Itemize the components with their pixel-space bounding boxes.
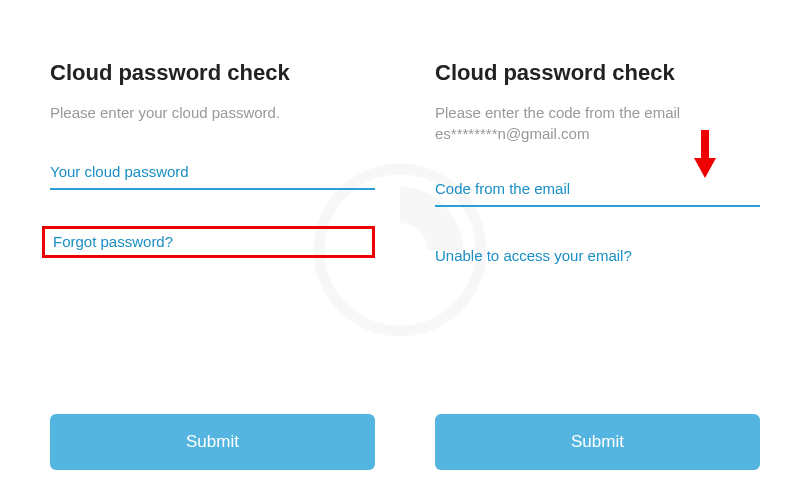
cloud-password-input[interactable] [50,155,375,190]
svg-rect-1 [701,130,709,160]
panel-title: Cloud password check [50,60,375,86]
svg-marker-2 [694,158,716,178]
password-panel: Cloud password check Please enter your c… [50,60,375,470]
code-input-wrapper [435,172,760,207]
forgot-password-link[interactable]: Forgot password? [53,233,173,250]
unable-access-email-link[interactable]: Unable to access your email? [435,247,760,264]
submit-button[interactable]: Submit [435,414,760,470]
highlight-annotation: Forgot password? [42,226,375,258]
arrow-annotation-icon [690,130,720,180]
panel-subtitle: Please enter your cloud password. [50,102,375,123]
submit-button[interactable]: Submit [50,414,375,470]
code-panel: Cloud password check Please enter the co… [435,60,760,470]
panel-title: Cloud password check [435,60,760,86]
password-input-wrapper [50,155,375,190]
